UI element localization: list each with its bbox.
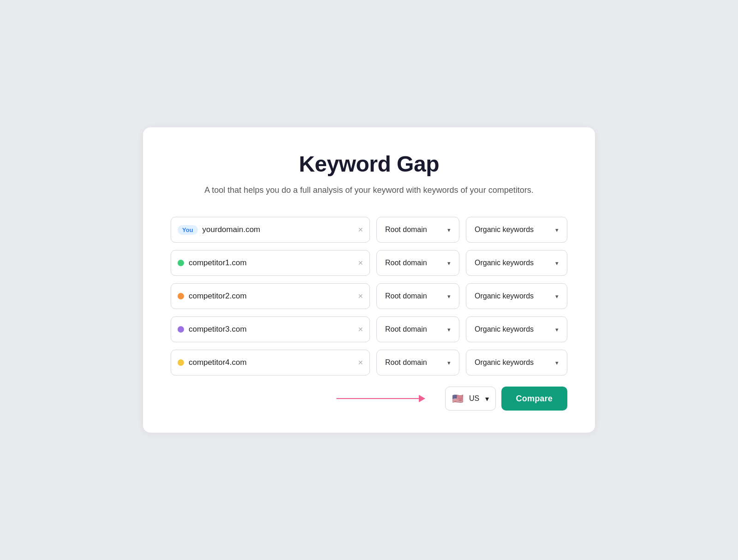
domain-row-3: competitor3.com×Root domain▾Organic keyw… bbox=[171, 316, 567, 342]
organic-keywords-chevron: ▾ bbox=[555, 326, 559, 333]
compare-button[interactable]: Compare bbox=[501, 387, 567, 411]
arrow-shaft bbox=[336, 398, 419, 399]
root-domain-label: Root domain bbox=[385, 325, 427, 334]
organic-keywords-label: Organic keywords bbox=[475, 226, 534, 234]
organic-keywords-label: Organic keywords bbox=[475, 259, 534, 267]
domain-row-0: Youyourdomain.com×Root domain▾Organic ke… bbox=[171, 217, 567, 243]
competitor-dot-3 bbox=[178, 326, 184, 333]
arrow-decoration bbox=[336, 395, 425, 402]
country-flag: 🇺🇸 bbox=[452, 393, 464, 404]
organic-keywords-dropdown-0[interactable]: Organic keywords▾ bbox=[466, 217, 567, 243]
domain-input-wrapper-4[interactable]: competitor4.com× bbox=[171, 350, 370, 375]
domain-rows: Youyourdomain.com×Root domain▾Organic ke… bbox=[171, 217, 567, 375]
organic-keywords-label: Organic keywords bbox=[475, 358, 534, 367]
root-domain-label: Root domain bbox=[385, 226, 427, 234]
domain-input-wrapper-2[interactable]: competitor2.com× bbox=[171, 283, 370, 309]
root-domain-chevron: ▾ bbox=[447, 326, 451, 333]
root-domain-dropdown-4[interactable]: Root domain▾ bbox=[376, 350, 459, 375]
organic-keywords-dropdown-2[interactable]: Organic keywords▾ bbox=[466, 283, 567, 309]
country-code: US bbox=[469, 394, 479, 403]
bottom-row: 🇺🇸 US ▾ Compare bbox=[171, 387, 567, 411]
domain-text-1: competitor1.com bbox=[189, 258, 353, 268]
root-domain-dropdown-0[interactable]: Root domain▾ bbox=[376, 217, 459, 243]
close-icon-4[interactable]: × bbox=[358, 358, 363, 367]
close-icon-1[interactable]: × bbox=[358, 259, 363, 267]
organic-keywords-dropdown-3[interactable]: Organic keywords▾ bbox=[466, 316, 567, 342]
domain-input-wrapper-0[interactable]: Youyourdomain.com× bbox=[171, 217, 370, 243]
organic-keywords-chevron: ▾ bbox=[555, 359, 559, 366]
root-domain-dropdown-2[interactable]: Root domain▾ bbox=[376, 283, 459, 309]
organic-keywords-dropdown-4[interactable]: Organic keywords▾ bbox=[466, 350, 567, 375]
domain-text-0: yourdomain.com bbox=[202, 225, 354, 234]
you-badge: You bbox=[178, 225, 198, 235]
root-domain-dropdown-3[interactable]: Root domain▾ bbox=[376, 316, 459, 342]
organic-keywords-label: Organic keywords bbox=[475, 292, 534, 300]
domain-text-2: competitor2.com bbox=[189, 292, 353, 301]
domain-text-3: competitor3.com bbox=[189, 325, 353, 334]
arrow-head bbox=[419, 395, 425, 402]
page-subtitle: A tool that helps you do a full analysis… bbox=[171, 184, 567, 197]
country-chevron: ▾ bbox=[485, 394, 489, 403]
domain-row-4: competitor4.com×Root domain▾Organic keyw… bbox=[171, 350, 567, 375]
competitor-dot-1 bbox=[178, 260, 184, 266]
root-domain-chevron: ▾ bbox=[447, 293, 451, 300]
domain-row-2: competitor2.com×Root domain▾Organic keyw… bbox=[171, 283, 567, 309]
organic-keywords-chevron: ▾ bbox=[555, 293, 559, 300]
close-icon-2[interactable]: × bbox=[358, 292, 363, 300]
root-domain-chevron: ▾ bbox=[447, 226, 451, 233]
domain-text-4: competitor4.com bbox=[189, 358, 353, 367]
root-domain-label: Root domain bbox=[385, 259, 427, 267]
page-header: Keyword Gap A tool that helps you do a f… bbox=[171, 151, 567, 197]
root-domain-label: Root domain bbox=[385, 292, 427, 300]
root-domain-chevron: ▾ bbox=[447, 260, 451, 267]
page-title: Keyword Gap bbox=[171, 151, 567, 177]
organic-keywords-dropdown-1[interactable]: Organic keywords▾ bbox=[466, 250, 567, 276]
organic-keywords-chevron: ▾ bbox=[555, 260, 559, 267]
competitor-dot-2 bbox=[178, 293, 184, 299]
organic-keywords-chevron: ▾ bbox=[555, 226, 559, 233]
country-selector[interactable]: 🇺🇸 US ▾ bbox=[445, 387, 496, 411]
competitor-dot-4 bbox=[178, 359, 184, 366]
domain-input-wrapper-3[interactable]: competitor3.com× bbox=[171, 316, 370, 342]
close-icon-3[interactable]: × bbox=[358, 325, 363, 334]
main-card: Keyword Gap A tool that helps you do a f… bbox=[143, 127, 595, 433]
root-domain-dropdown-1[interactable]: Root domain▾ bbox=[376, 250, 459, 276]
organic-keywords-label: Organic keywords bbox=[475, 325, 534, 334]
close-icon-0[interactable]: × bbox=[358, 226, 363, 234]
domain-row-1: competitor1.com×Root domain▾Organic keyw… bbox=[171, 250, 567, 276]
domain-input-wrapper-1[interactable]: competitor1.com× bbox=[171, 250, 370, 276]
root-domain-label: Root domain bbox=[385, 358, 427, 367]
root-domain-chevron: ▾ bbox=[447, 359, 451, 366]
